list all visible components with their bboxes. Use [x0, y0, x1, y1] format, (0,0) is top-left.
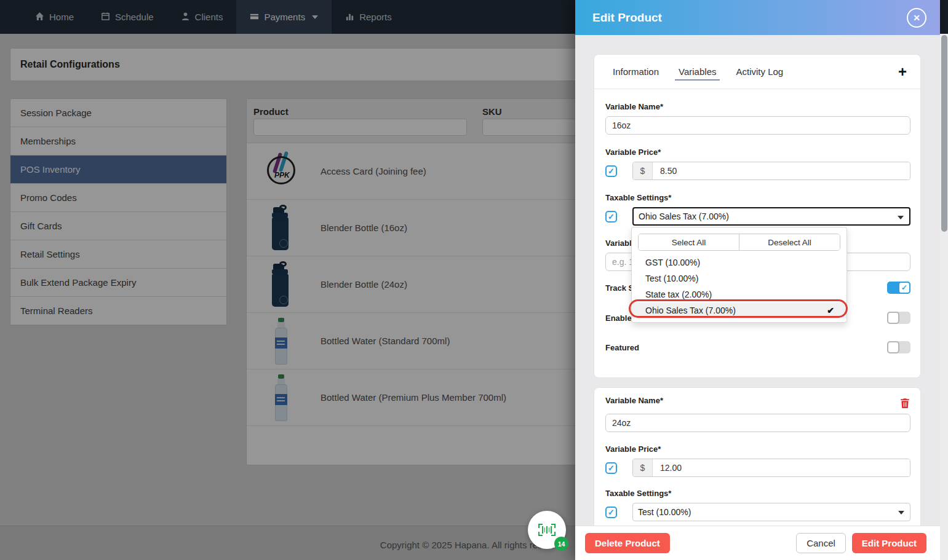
variable-name-label-2: Variable Name*	[605, 396, 663, 405]
barcode-scan-button[interactable]: 14	[528, 511, 566, 549]
modal-header: Edit Product ✕	[575, 0, 940, 35]
tab-information[interactable]: Information	[613, 55, 659, 89]
scrollbar-thumb[interactable]	[941, 35, 947, 232]
tab-variables[interactable]: Variables	[679, 55, 716, 89]
track-stock-label: Track S	[605, 283, 634, 293]
variable-name-input[interactable]	[605, 116, 910, 135]
chevron-down-icon	[898, 216, 904, 219]
tax-checkbox[interactable]: ✓	[605, 211, 617, 223]
price-input-group: $	[632, 162, 910, 180]
tax-option[interactable]: GST (10.00%)	[632, 254, 846, 270]
delete-product-button[interactable]: Delete Product	[585, 533, 670, 553]
variable-price-label-2: Variable Price*	[605, 445, 910, 454]
variable-price-input[interactable]	[653, 162, 910, 179]
currency-prefix-2: $	[633, 459, 653, 476]
tax-option[interactable]: Test (10.00%)	[632, 270, 846, 286]
tab-activity-log[interactable]: Activity Log	[736, 55, 783, 89]
tax-option[interactable]: State tax (2.00%)	[632, 286, 846, 302]
featured-toggle[interactable]	[887, 341, 910, 353]
price-checkbox[interactable]: ✓	[605, 165, 617, 177]
check-icon: ✔	[827, 306, 834, 315]
variable-name-label: Variable Name*	[605, 103, 910, 111]
track-stock-toggle[interactable]: ✓	[887, 282, 910, 294]
edit-product-modal: Edit Product ✕ Information Variables Act…	[575, 0, 940, 560]
tax-option[interactable]: Ohio Sales Tax (7.00%) ✔	[632, 302, 846, 318]
tax-dropdown-panel: Select All Deselect All GST (10.00%) Tes…	[631, 227, 847, 323]
currency-prefix: $	[633, 162, 653, 179]
modal-title: Edit Product	[592, 11, 907, 25]
deselect-all-button[interactable]: Deselect All	[739, 234, 840, 250]
edit-product-button[interactable]: Edit Product	[852, 533, 926, 553]
price-checkbox-2[interactable]: ✓	[605, 462, 617, 474]
trash-icon[interactable]	[899, 398, 910, 409]
close-icon[interactable]: ✕	[907, 8, 926, 28]
taxable-settings-label-2: Taxable Settings*	[605, 489, 910, 498]
add-variable-icon[interactable]: +	[898, 65, 907, 79]
tax-options: GST (10.00%) Test (10.00%) State tax (2.…	[632, 254, 846, 318]
modal-footer: Delete Product Cancel Edit Product	[575, 526, 940, 560]
featured-label: Featured	[605, 343, 639, 352]
enable-toggle[interactable]	[887, 312, 910, 324]
taxable-settings-label: Taxable Settings*	[605, 194, 910, 202]
price-input-group-2: $	[632, 459, 910, 477]
chevron-down-icon	[898, 511, 904, 515]
select-all-button[interactable]: Select All	[639, 234, 739, 250]
variable-price-input-2[interactable]	[653, 459, 910, 476]
taxable-select[interactable]: Ohio Sales Tax (7.00%)	[632, 207, 910, 226]
cancel-button[interactable]: Cancel	[796, 533, 846, 553]
notification-badge: 14	[554, 537, 568, 551]
variable-price-label: Variable Price*	[605, 148, 910, 157]
page-scrollbar[interactable]	[940, 34, 948, 560]
variable-name-input-2[interactable]	[605, 414, 910, 432]
barcode-icon	[538, 524, 556, 536]
enable-label: Enable	[605, 314, 632, 323]
modal-tabs: Information Variables Activity Log +	[594, 55, 920, 89]
variant-card-1: Information Variables Activity Log + Var…	[594, 54, 921, 378]
tax-checkbox-2[interactable]: ✓	[605, 507, 617, 518]
taxable-select-2[interactable]: Test (10.00%)	[632, 503, 910, 521]
